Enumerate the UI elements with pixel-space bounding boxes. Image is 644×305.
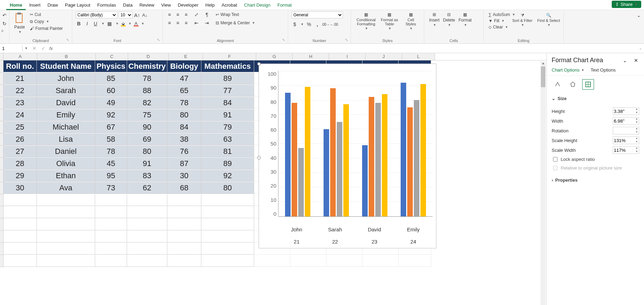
cell[interactable]: 79	[201, 121, 254, 133]
underline-icon[interactable]: U	[92, 20, 99, 27]
cell[interactable]	[167, 243, 201, 255]
spin-down-icon[interactable]: ▼	[635, 131, 639, 134]
cell[interactable]: 21	[3, 73, 37, 84]
cell[interactable]: Sarah	[37, 85, 95, 97]
italic-icon[interactable]: I	[84, 20, 90, 27]
cell[interactable]	[201, 231, 254, 242]
sort-filter-button[interactable]: ⧩Sort & Filter▼	[511, 12, 534, 27]
scale-width-input[interactable]: ▲▼	[613, 146, 639, 154]
tab-acrobat[interactable]: Acrobat	[218, 1, 241, 9]
cell[interactable]	[95, 194, 127, 206]
scroll-up-icon[interactable]: ▲	[541, 61, 546, 65]
delete-cells-button[interactable]: ⊟Delete▼	[442, 11, 457, 27]
cell[interactable]	[95, 219, 127, 230]
cell[interactable]	[167, 219, 201, 230]
chevron-down-icon[interactable]: ▼	[101, 22, 104, 25]
cell[interactable]: 91	[201, 109, 254, 121]
cell[interactable]: 67	[95, 121, 127, 133]
cell[interactable]	[3, 255, 37, 267]
chevron-down-icon[interactable]: ▼	[23, 47, 29, 50]
bar[interactable]	[343, 104, 349, 216]
cell[interactable]: Daniel	[37, 146, 95, 157]
decrease-decimal-icon[interactable]: ←.00	[331, 21, 337, 27]
chevron-down-icon[interactable]: ▼	[141, 22, 144, 25]
cell[interactable]: 30	[167, 170, 201, 182]
dialog-launcher-icon[interactable]: ⤡	[157, 38, 161, 42]
cell[interactable]: Lisa	[37, 133, 95, 145]
align-top-icon[interactable]: ≡	[166, 11, 173, 18]
name-box[interactable]	[0, 45, 23, 52]
cell[interactable]	[201, 255, 254, 267]
cell[interactable]: 95	[95, 170, 127, 182]
cell[interactable]	[127, 255, 167, 267]
cell[interactable]	[201, 219, 254, 230]
spin-down-icon[interactable]: ▼	[635, 140, 639, 144]
cell[interactable]	[95, 231, 127, 242]
tab-view[interactable]: View	[158, 1, 174, 9]
cell[interactable]: 81	[201, 146, 254, 157]
cell[interactable]: 84	[201, 97, 254, 109]
cell[interactable]: 77	[201, 85, 254, 97]
cell[interactable]: Michael	[37, 121, 95, 133]
find-select-button[interactable]: 🔍Find & Select▼	[536, 12, 561, 27]
cell[interactable]: 68	[167, 182, 201, 194]
column-header[interactable]: L	[402, 53, 435, 60]
cell[interactable]	[37, 219, 95, 230]
spin-up-icon[interactable]: ▲	[635, 137, 639, 140]
cell[interactable]: 78	[127, 73, 167, 84]
cell[interactable]	[37, 194, 95, 206]
chevron-down-icon[interactable]: ▼	[128, 22, 132, 25]
chart-options-tab[interactable]: Chart Options▼	[552, 67, 584, 73]
bar[interactable]	[414, 100, 419, 216]
bar[interactable]	[337, 122, 342, 216]
size-section-toggle[interactable]: ⌄Size	[547, 93, 644, 104]
cell-styles-button[interactable]: ▦Cell Styles▼	[401, 11, 420, 31]
cell[interactable]	[290, 255, 326, 267]
spin-up-icon[interactable]: ▲	[635, 147, 639, 150]
cell[interactable]: 26	[3, 133, 37, 145]
cell[interactable]: 63	[201, 133, 254, 145]
fill-color-button[interactable]: ⬙	[121, 21, 126, 26]
dialog-launcher-icon[interactable]: ⤡	[66, 38, 70, 42]
cell[interactable]	[37, 243, 95, 255]
column-header[interactable]: I	[329, 53, 366, 60]
cell[interactable]	[201, 206, 254, 218]
cell[interactable]: 88	[127, 85, 167, 97]
cell[interactable]	[127, 194, 167, 206]
cell[interactable]: 92	[201, 170, 254, 182]
cell[interactable]: 80	[167, 109, 201, 121]
vertical-scrollbar[interactable]: ▲	[541, 61, 546, 305]
bar[interactable]	[292, 103, 297, 216]
tab-help[interactable]: Help	[202, 1, 218, 9]
column-header[interactable]: J	[366, 53, 402, 60]
close-icon[interactable]: ✕	[633, 57, 639, 64]
cell[interactable]: 85	[95, 73, 127, 84]
bar[interactable]	[407, 107, 413, 216]
cell[interactable]: 58	[95, 133, 127, 145]
format-as-table-button[interactable]: ▦Format as Table▼	[378, 11, 400, 31]
cell[interactable]: Ethan	[37, 170, 95, 182]
format-cells-button[interactable]: ▦Format▼	[457, 11, 473, 27]
column-header[interactable]: G	[256, 53, 293, 60]
undo-icon[interactable]: ↶	[1, 12, 8, 18]
paste-button[interactable]: Paste ▼	[13, 11, 26, 34]
increase-indent-icon[interactable]: ⇥	[204, 20, 210, 26]
fx-icon[interactable]: fx	[49, 46, 53, 51]
cell[interactable]: 47	[167, 73, 201, 84]
cell[interactable]: Student Name	[37, 60, 95, 72]
cell[interactable]: Biology	[167, 60, 201, 72]
tab-chart-design[interactable]: Chart Design	[241, 1, 274, 9]
chart-object[interactable]: 1009080706050403020100 John21Sarah22Davi…	[259, 64, 436, 248]
cell[interactable]	[3, 231, 37, 242]
cell[interactable]	[3, 243, 37, 255]
dialog-launcher-icon[interactable]: ⤡	[345, 38, 349, 42]
cell[interactable]	[127, 243, 167, 255]
merge-center-button[interactable]: ⊟Merge & Center▼	[214, 20, 257, 26]
cell[interactable]: 24	[3, 109, 37, 121]
tab-developer[interactable]: Developer	[174, 1, 202, 9]
column-header[interactable]: C	[96, 53, 128, 60]
align-right-icon[interactable]: ≡	[183, 20, 189, 26]
spin-down-icon[interactable]: ▼	[635, 111, 639, 115]
cell[interactable]	[95, 255, 127, 267]
align-middle-icon[interactable]: ≡	[175, 11, 181, 18]
